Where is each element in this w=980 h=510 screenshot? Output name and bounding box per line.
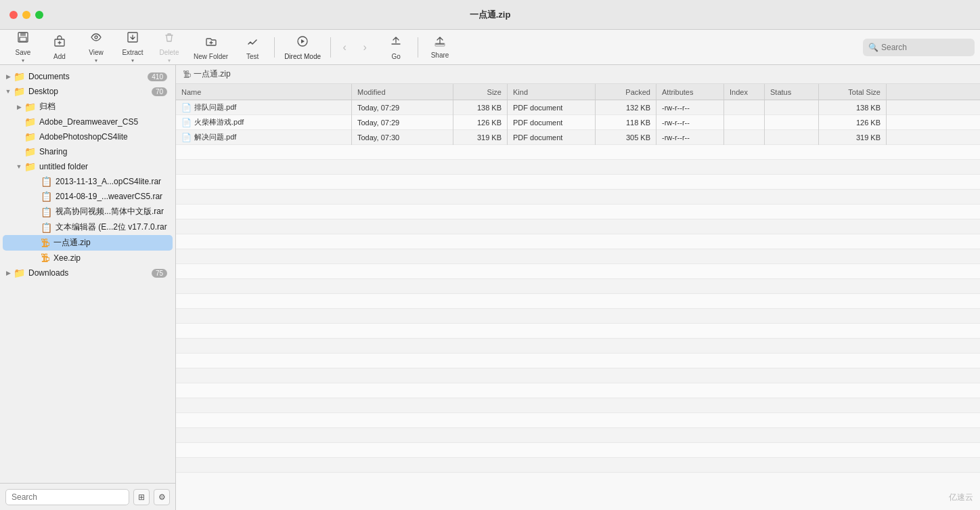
direct-mode-label: Direct Mode (284, 53, 321, 60)
sidebar-item-rar1[interactable]: 📋 2013-11-13_A...opCS4lite.rar (3, 174, 173, 189)
sidebar-item-label: 文本编辑器 (E...2位 v17.7.0.rar (55, 221, 167, 233)
sidebar-item-zip1[interactable]: 🗜 一点通.zip (3, 235, 173, 251)
share-label: Share (431, 51, 449, 59)
extract-dropdown-arrow: ▾ (131, 58, 134, 64)
empty-row (176, 249, 980, 264)
folder-icon: 📁 (24, 161, 36, 172)
title-bar: 一点通.zip (0, 0, 980, 30)
search-input[interactable] (881, 43, 969, 52)
table-row[interactable]: 📄 解决问题.pdf Today, 07:30 319 KB PDF docum… (176, 130, 980, 145)
extract-button[interactable]: Extract ▾ (115, 28, 150, 66)
svg-rect-7 (435, 43, 445, 46)
col-header-packed[interactable]: Packed (596, 84, 656, 100)
sidebar-item-desktop[interactable]: ▼ 📁 Desktop 70 (3, 84, 173, 99)
toolbar: Save ▾ Add View ▾ (0, 30, 980, 65)
sidebar-action-button[interactable]: ⚙ (154, 489, 170, 505)
go-icon (389, 35, 403, 51)
cell-status (765, 115, 819, 130)
minimize-button[interactable] (22, 11, 30, 19)
cell-index (724, 130, 765, 145)
sidebar-item-label: 一点通.zip (53, 237, 167, 249)
cell-modified: Today, 07:29 (352, 100, 453, 115)
svg-rect-2 (20, 37, 26, 41)
table-row[interactable]: 📄 排队问题.pdf Today, 07:29 138 KB PDF docum… (176, 100, 980, 115)
empty-row (176, 175, 980, 190)
save-label: Save (16, 49, 31, 56)
breadcrumb-icon: 🗜 (183, 70, 191, 79)
table-row[interactable]: 📄 火柴棒游戏.pdf Today, 07:29 126 KB PDF docu… (176, 115, 980, 130)
share-button[interactable]: Share (422, 33, 458, 62)
sidebar-view-toggle-button[interactable]: ⊞ (133, 489, 150, 505)
test-button[interactable]: Test (235, 32, 270, 63)
sidebar-item-photoshop[interactable]: 📁 AdobePhotoshopCS4lite (3, 129, 173, 144)
sidebar: ▶ 📁 Documents 410 ▼ 📁 Desktop 70 ▶ 📁 归档 (0, 65, 176, 510)
view-button[interactable]: View ▾ (79, 28, 114, 66)
cell-index (724, 100, 765, 115)
sidebar-item-zip2[interactable]: 🗜 Xee.zip (3, 251, 173, 265)
sidebar-badge: 410 (148, 72, 167, 81)
empty-row (176, 294, 980, 309)
cell-total-size: 319 KB (819, 130, 887, 145)
sidebar-search-input[interactable] (5, 489, 129, 505)
go-label: Go (391, 53, 400, 60)
empty-row (176, 279, 980, 294)
sidebar-item-guiDang[interactable]: ▶ 📁 归档 (3, 99, 173, 114)
close-button[interactable] (9, 11, 18, 19)
folder-icon: 📁 (24, 146, 36, 157)
col-header-attributes[interactable]: Attributes (656, 84, 724, 100)
maximize-button[interactable] (35, 11, 43, 19)
empty-row (176, 264, 980, 279)
sidebar-item-downloads[interactable]: ▶ 📁 Downloads 75 (3, 265, 173, 280)
sidebar-item-rar3[interactable]: 📋 视高协同视频...简体中文版.rar (3, 204, 173, 219)
cell-packed: 118 KB (596, 115, 656, 130)
cell-attributes: -rw-r--r-- (656, 115, 724, 130)
col-header-status[interactable]: Status (765, 84, 819, 100)
zip-file-icon: 🗜 (41, 238, 50, 249)
svg-rect-1 (20, 33, 26, 36)
watermark: 亿速云 (949, 492, 973, 503)
sidebar-item-untitled-folder[interactable]: ▼ 📁 untitled folder (3, 159, 173, 174)
empty-row (176, 368, 980, 383)
cell-name-text: 解决问题.pdf (194, 132, 236, 142)
sidebar-item-label: 2014-08-19_...weaverCS5.rar (55, 192, 167, 201)
back-button[interactable]: ‹ (335, 38, 354, 57)
new-folder-label: New Folder (194, 53, 228, 60)
sidebar-item-rar2[interactable]: 📋 2014-08-19_...weaverCS5.rar (3, 189, 173, 204)
cell-size: 126 KB (453, 115, 508, 130)
sidebar-item-rar4[interactable]: 📋 文本编辑器 (E...2位 v17.7.0.rar (3, 219, 173, 235)
table-header: Name Modified Size Kind Packed Attribute… (176, 84, 980, 100)
delete-button[interactable]: Delete ▾ (152, 28, 187, 66)
direct-mode-button[interactable]: Direct Mode (279, 32, 326, 63)
col-header-modified[interactable]: Modified (352, 84, 453, 100)
cell-kind: PDF document (508, 130, 596, 145)
forward-button[interactable]: › (355, 38, 374, 57)
col-header-name[interactable]: Name (176, 84, 352, 100)
empty-row (176, 190, 980, 205)
sidebar-item-label: 2013-11-13_A...opCS4lite.rar (55, 177, 167, 186)
zip-file-icon: 🗜 (41, 253, 50, 263)
go-button[interactable]: Go (378, 32, 414, 63)
new-folder-button[interactable]: New Folder (188, 32, 233, 63)
sidebar-item-adobe-dw[interactable]: 📁 Adobe_Dreamweaver_CS5 (3, 114, 173, 129)
sidebar-item-documents[interactable]: ▶ 📁 Documents 410 (3, 69, 173, 84)
save-button[interactable]: Save ▾ (5, 28, 41, 66)
cell-status (765, 130, 819, 145)
cell-kind: PDF document (508, 115, 596, 130)
test-label: Test (246, 53, 259, 60)
empty-row (176, 339, 980, 354)
empty-row (176, 383, 980, 398)
col-header-kind[interactable]: Kind (508, 84, 596, 100)
folder-icon: 📁 (14, 268, 25, 278)
cell-kind: PDF document (508, 100, 596, 115)
col-header-total-size[interactable]: Total Size (819, 84, 887, 100)
cell-modified: Today, 07:30 (352, 130, 453, 145)
empty-row (176, 443, 980, 458)
cell-attributes: -rw-r--r-- (656, 100, 724, 115)
folder-icon: 📁 (24, 116, 36, 127)
add-button[interactable]: Add (42, 32, 77, 63)
col-header-index[interactable]: Index (724, 84, 765, 100)
rar-file-icon: 📋 (41, 191, 52, 202)
rar-file-icon: 📋 (41, 222, 52, 233)
col-header-size[interactable]: Size (453, 84, 508, 100)
sidebar-item-sharing[interactable]: 📁 Sharing (3, 144, 173, 159)
